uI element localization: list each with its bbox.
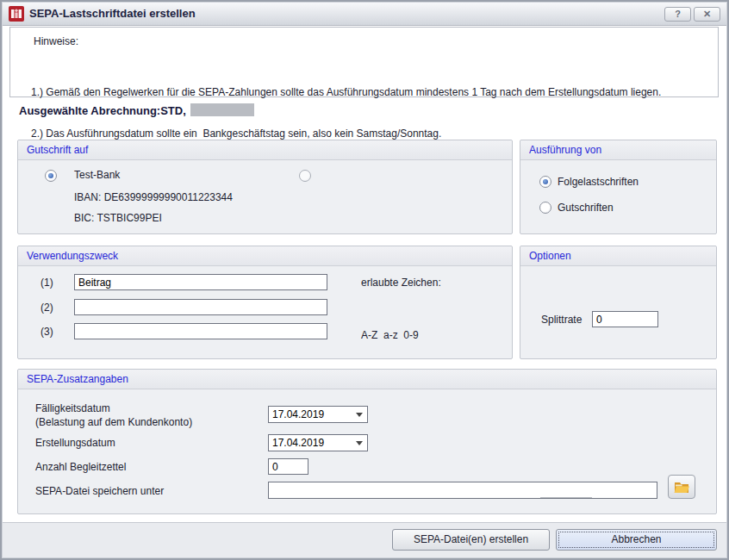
gutschriften-label[interactable]: Gutschriften [558, 202, 614, 214]
dateiname-suffix: -AB2.xml [592, 497, 634, 499]
dateiname-label: SEPA-Datei speichern unter [35, 485, 164, 497]
faelligkeitsdatum-sublabel: (Belastung auf dem Kundenkonto) [35, 416, 192, 428]
groupbox-gutschrift-title: Gutschrift auf [18, 140, 512, 160]
bank-radio[interactable] [45, 170, 57, 182]
hinweise-line-1: 1.) Gemäß den Regelwerken für die SEPA-Z… [31, 85, 661, 99]
bank-bic: BIC: TSTBIC99PEI [74, 212, 162, 224]
splittrate-label: Splittrate [541, 314, 582, 326]
redacted-text [190, 103, 254, 116]
hinweise-panel: Hinweise: 1.) Gemäß den Regelwerken für … [9, 27, 719, 97]
selected-abrechnung-line: Ausgewählte Abrechnung:STD, [19, 103, 254, 117]
cancel-button[interactable]: Abbrechen [556, 529, 717, 551]
groupbox-verwendungszweck-title: Verwendungszweck [18, 246, 512, 266]
groupbox-ausfuehrung-von: Ausführung von Folgelastschriften Gutsch… [520, 140, 717, 234]
begleitzettel-label: Anzahl Begleitzettel [35, 461, 126, 473]
titlebar[interactable]: SEPA-Lastschriftdatei erstellen ? ✕ [3, 3, 726, 26]
dialog-window: SEPA-Lastschriftdatei erstellen ? ✕ Hinw… [0, 0, 729, 560]
browse-folder-button[interactable] [668, 475, 695, 499]
allowed-chars-line-1: A-Z a-z 0-9 [361, 329, 493, 342]
redacted-text [540, 497, 592, 499]
splittrate-input[interactable] [592, 311, 658, 327]
dropdown-arrow-icon [356, 441, 363, 445]
second-bank-radio[interactable] [299, 170, 311, 182]
help-button[interactable]: ? [664, 7, 691, 22]
groupbox-optionen-title: Optionen [520, 246, 716, 266]
faelligkeitsdatum-label: Fälligkeitsdatum [35, 402, 110, 414]
zweck-row2-input[interactable] [74, 299, 327, 315]
groupbox-sepa-title: SEPA-Zusatzangaben [18, 370, 716, 389]
bank-name: Test-Bank [74, 169, 120, 181]
begleitzettel-input[interactable] [268, 458, 308, 475]
erstellungsdatum-value: 17.04.2019 [272, 437, 324, 449]
zweck-row2-label: (2) [40, 302, 53, 314]
hinweise-heading: Hinweise: [34, 35, 78, 47]
hinweise-line-2: 2.) Das Ausführungsdatum sollte ein Bank… [31, 127, 661, 140]
zweck-row1-input[interactable] [74, 274, 327, 290]
zweck-row3-input[interactable] [74, 323, 327, 339]
faelligkeitsdatum-value: 17.04.2019 [272, 408, 324, 420]
window-title: SEPA-Lastschriftdatei erstellen [29, 3, 196, 25]
selected-abrechnung-label: Ausgewählte Abrechnung:STD, [19, 104, 186, 117]
dropdown-arrow-icon [356, 413, 363, 417]
bank-iban: IBAN: DE63999999990011223344 [74, 191, 233, 203]
footer-bar: SEPA-Datei(en) erstellen Abbrechen [3, 522, 726, 557]
groupbox-verwendungszweck: Verwendungszweck (1) (2) (3) erlaubte Ze… [17, 246, 513, 359]
folgelastschriften-label[interactable]: Folgelastschriften [558, 176, 639, 188]
groupbox-optionen: Optionen Splittrate [520, 246, 717, 359]
groupbox-ausfuehrung-title: Ausführung von [520, 140, 716, 160]
dateiname-input[interactable]: C:\ProgramData\SPG-Daten\\TST-sepa-folge… [268, 482, 657, 499]
gutschriften-radio[interactable] [539, 202, 551, 214]
allowed-chars-heading: erlaubte Zeichen: [361, 277, 441, 289]
close-button[interactable]: ✕ [694, 7, 720, 22]
folgelastschriften-radio[interactable] [539, 176, 551, 188]
erstellungsdatum-label: Erstellungsdatum [35, 437, 115, 449]
faelligkeitsdatum-select[interactable]: 17.04.2019 [268, 406, 368, 423]
zweck-row3-label: (3) [40, 326, 53, 338]
folder-icon [674, 481, 689, 494]
groupbox-gutschrift-auf: Gutschrift auf Test-Bank IBAN: DE6399999… [17, 140, 513, 234]
app-icon [9, 6, 24, 22]
dateiname-prefix: C:\ProgramData\SPG-Daten\\TST-sepa-folge… [296, 497, 541, 499]
erstellungsdatum-select[interactable]: 17.04.2019 [268, 434, 368, 451]
zweck-row1-label: (1) [40, 277, 53, 289]
create-sepa-file-button[interactable]: SEPA-Datei(en) erstellen [392, 529, 550, 551]
groupbox-sepa-zusatzangaben: SEPA-Zusatzangaben Fälligkeitsdatum (Bel… [17, 369, 717, 514]
